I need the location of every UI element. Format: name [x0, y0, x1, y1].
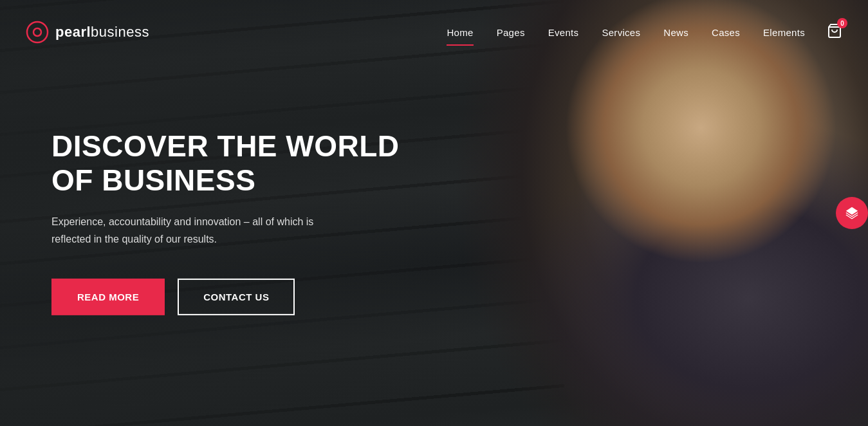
cart-badge: 0	[837, 18, 847, 28]
nav-item-cases[interactable]: Cases	[700, 21, 752, 44]
nav-item-home[interactable]: Home	[435, 21, 485, 44]
hero-section: pearlbusiness Home Pages Events Services…	[0, 0, 868, 426]
nav-link-home[interactable]: Home	[435, 21, 485, 44]
hero-title-line1: DISCOVER THE WORLD	[51, 129, 400, 163]
nav-item-services[interactable]: Services	[590, 21, 652, 44]
layers-icon	[845, 206, 859, 220]
navbar: pearlbusiness Home Pages Events Services…	[0, 0, 868, 64]
logo[interactable]: pearlbusiness	[26, 21, 149, 44]
cart-container[interactable]: 0	[817, 23, 842, 41]
svg-point-0	[27, 22, 48, 42]
read-more-button[interactable]: Read More	[51, 279, 165, 315]
nav-link-elements[interactable]: Elements	[752, 21, 817, 44]
nav-item-news[interactable]: News	[652, 21, 700, 44]
nav-menu: Home Pages Events Services News Cases El…	[435, 21, 842, 44]
nav-item-events[interactable]: Events	[537, 21, 591, 44]
nav-link-events[interactable]: Events	[537, 21, 591, 44]
nav-link-services[interactable]: Services	[590, 21, 652, 44]
side-float-button[interactable]	[836, 197, 868, 229]
hero-subtitle: Experience, accountability and innovatio…	[51, 213, 347, 248]
nav-link-news[interactable]: News	[652, 21, 700, 44]
cart-button[interactable]: 0	[827, 23, 842, 41]
nav-item-pages[interactable]: Pages	[485, 21, 537, 44]
nav-link-cases[interactable]: Cases	[700, 21, 752, 44]
contact-us-button[interactable]: Contact Us	[178, 279, 295, 315]
logo-text: pearlbusiness	[55, 24, 149, 41]
hero-title: DISCOVER THE WORLD OF BUSINESS	[51, 129, 400, 198]
hero-buttons: Read More Contact Us	[51, 279, 400, 315]
logo-bold: pearl	[55, 24, 91, 40]
logo-light: business	[91, 24, 149, 40]
hero-content: DISCOVER THE WORLD OF BUSINESS Experienc…	[51, 129, 400, 315]
hero-title-line2: OF BUSINESS	[51, 163, 255, 197]
logo-icon	[26, 21, 49, 44]
nav-item-elements[interactable]: Elements	[752, 21, 817, 44]
svg-point-1	[33, 28, 41, 36]
nav-link-pages[interactable]: Pages	[485, 21, 537, 44]
